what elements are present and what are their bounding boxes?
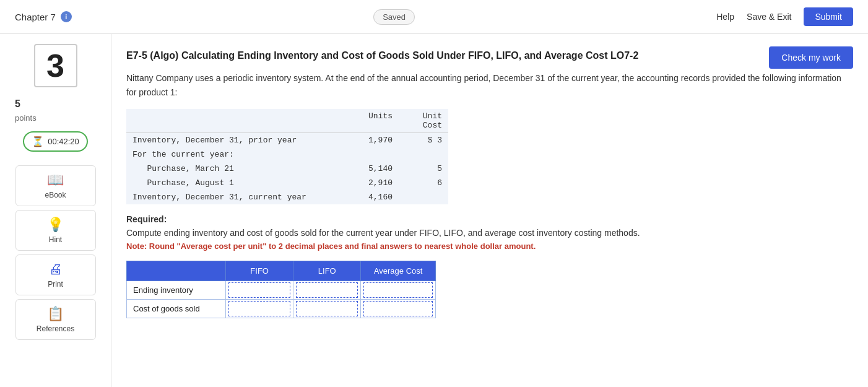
ebook-label: eBook [45,191,66,199]
data-table: Units UnitCost Inventory, December 31, p… [126,109,448,204]
row-cost-inv-current [399,190,448,204]
points-value: 5 [15,98,20,110]
sidebar: 3 5 points ⏳ 00:42:20 📖 eBook 💡 Hint 🖨 P… [0,34,111,387]
check-my-work-button[interactable]: Check my work [769,46,853,69]
ending-inventory-fifo-input[interactable] [228,282,290,298]
row-units-inv-prior: 1,970 [349,133,399,148]
cogs-avg-cell[interactable] [361,300,436,318]
table-row: Purchase, August 1 2,910 6 [126,176,448,190]
submit-button[interactable]: Submit [804,7,853,26]
save-exit-link[interactable]: Save & Exit [747,12,791,22]
row-label-purchase-aug: Purchase, August 1 [126,176,349,190]
cogs-fifo-input[interactable] [228,301,290,316]
row-label-current-year: For the current year: [126,147,349,162]
points-label: points [15,113,37,123]
answer-row-cogs: Cost of goods sold [127,300,436,318]
nav-right: Help Save & Exit Submit [716,7,853,26]
help-link[interactable]: Help [716,12,734,22]
cogs-avg-input[interactable] [363,301,433,316]
question-title: E7-5 (Algo) Calculating Ending Inventory… [126,49,848,63]
row-units-purchase-march: 5,140 [349,162,399,176]
main-layout: 3 5 points ⏳ 00:42:20 📖 eBook 💡 Hint 🖨 P… [0,34,868,387]
cogs-label: Cost of goods sold [127,300,226,318]
required-label: Required: [126,214,848,224]
hint-label: Hint [49,235,62,244]
answer-row-ending-inventory: Ending inventory [127,281,436,300]
saved-badge: Saved [373,9,415,25]
saved-status: Saved [373,12,415,22]
row-cost-purchase-aug: 6 [399,176,448,190]
cogs-fifo-cell[interactable] [226,300,293,318]
ebook-icon: 📖 [47,172,64,188]
ans-col-header-label [127,261,226,281]
print-icon: 🖨 [49,261,63,277]
references-icon: 📋 [47,306,64,322]
ans-col-header-fifo: FIFO [226,261,293,281]
row-units-inv-current: 4,160 [349,190,399,204]
hint-button[interactable]: 💡 Hint [15,210,96,251]
question-body-text: Nittany Company uses a periodic inventor… [126,71,848,99]
col-header-unitcost: UnitCost [399,109,448,133]
ans-col-header-lifo: LIFO [293,261,361,281]
timer-icon: ⏳ [32,136,44,147]
row-label-inv-prior: Inventory, December 31, prior year [126,133,349,148]
table-row: Purchase, March 21 5,140 5 [126,162,448,176]
row-units-purchase-aug: 2,910 [349,176,399,190]
timer-box: ⏳ 00:42:20 [23,131,88,152]
col-header-desc [126,109,349,133]
ans-col-header-avg: Average Cost [361,261,436,281]
info-icon[interactable]: i [61,11,72,22]
cogs-lifo-input[interactable] [296,301,358,316]
hint-icon: 💡 [47,217,64,233]
table-row: Inventory, December 31, prior year 1,970… [126,133,448,148]
note-text: Note: Round "Average cost per unit" to 2… [126,241,848,251]
chapter-title: Chapter 7 [15,12,56,22]
references-button[interactable]: 📋 References [15,299,96,340]
timer-display: 00:42:20 [48,137,79,146]
ending-inventory-avg-input[interactable] [363,282,433,298]
ending-inventory-lifo-input[interactable] [296,282,358,298]
question-number: 3 [46,47,64,84]
ending-inventory-fifo-cell[interactable] [226,281,293,300]
print-button[interactable]: 🖨 Print [15,254,96,295]
references-label: References [37,324,74,333]
nav-left: Chapter 7 i [15,11,72,22]
row-label-purchase-march: Purchase, March 21 [126,162,349,176]
row-cost-inv-prior: $ 3 [399,133,448,148]
col-header-units: Units [349,109,399,133]
row-cost-purchase-march: 5 [399,162,448,176]
cogs-lifo-cell[interactable] [293,300,361,318]
top-navigation: Chapter 7 i Saved Help Save & Exit Submi… [0,0,868,34]
table-row: Inventory, December 31, current year 4,1… [126,190,448,204]
required-text: Compute ending inventory and cost of goo… [126,228,848,238]
print-label: Print [48,280,63,289]
row-label-inv-current: Inventory, December 31, current year [126,190,349,204]
content-area: Check my work E7-5 (Algo) Calculating En… [111,34,868,387]
answer-table: FIFO LIFO Average Cost Ending inventory [126,261,436,318]
question-number-box: 3 [34,44,77,87]
ending-inventory-lifo-cell[interactable] [293,281,361,300]
table-row: For the current year: [126,147,448,162]
ending-inventory-avg-cell[interactable] [361,281,436,300]
ending-inventory-label: Ending inventory [127,281,226,300]
ebook-button[interactable]: 📖 eBook [15,165,96,206]
